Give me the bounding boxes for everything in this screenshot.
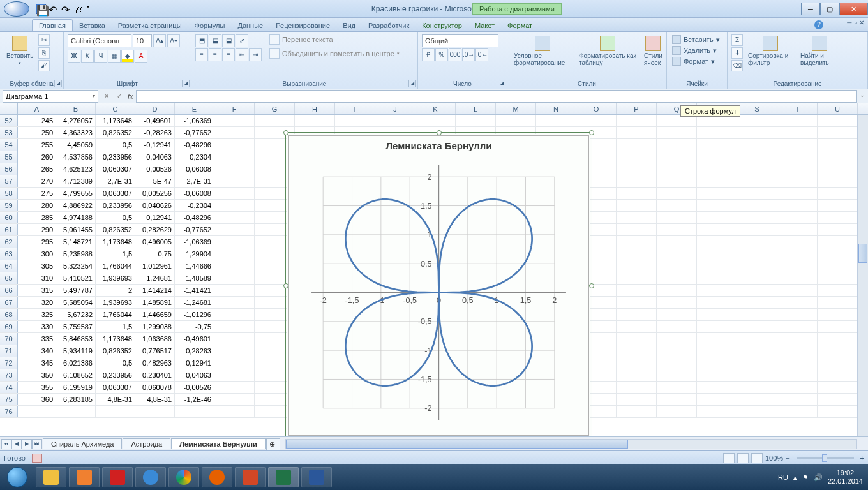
cell[interactable]: 0,496005: [135, 236, 175, 248]
cell[interactable]: 1,173648: [96, 236, 135, 248]
maximize-button[interactable]: ▢: [820, 3, 839, 15]
cell[interactable]: [818, 236, 858, 248]
cell[interactable]: -0,28263: [135, 127, 175, 138]
font-size-combo[interactable]: [133, 34, 152, 47]
cell[interactable]: 315: [18, 285, 56, 296]
cell[interactable]: [214, 212, 255, 223]
cell[interactable]: [737, 260, 777, 272]
tab-data[interactable]: Данные: [231, 20, 269, 31]
cell[interactable]: [777, 321, 818, 332]
cell[interactable]: 0,482963: [135, 357, 175, 369]
help-icon[interactable]: ?: [814, 20, 823, 29]
cell[interactable]: 1,012961: [135, 260, 175, 272]
italic-button[interactable]: К: [81, 50, 94, 63]
cell[interactable]: [818, 260, 858, 272]
worksheet-grid[interactable]: ABCDEFGHIJKLMNOPQRSTU 522454,2760571,173…: [0, 103, 868, 436]
row-header[interactable]: 56: [0, 163, 18, 175]
percent-button[interactable]: %: [435, 48, 448, 61]
cell[interactable]: -0,12941: [135, 139, 175, 151]
cell[interactable]: [214, 394, 255, 405]
cell[interactable]: [617, 406, 657, 417]
cell[interactable]: [617, 345, 657, 357]
column-header-I[interactable]: I: [335, 103, 375, 114]
cell[interactable]: [697, 175, 737, 187]
column-header-F[interactable]: F: [214, 103, 255, 114]
cell[interactable]: 4,363323: [56, 127, 96, 138]
horizontal-scroll-thumb[interactable]: [286, 440, 628, 449]
cell[interactable]: 300: [18, 248, 56, 260]
cell[interactable]: [818, 127, 858, 138]
cell[interactable]: 4,625123: [56, 163, 96, 175]
row-header[interactable]: 60: [0, 212, 18, 223]
cell[interactable]: 4,8E-31: [96, 394, 135, 405]
cell[interactable]: -0,00526: [175, 382, 214, 393]
cell[interactable]: [214, 297, 255, 308]
cell[interactable]: -0,77652: [175, 224, 214, 235]
cell[interactable]: [737, 224, 777, 235]
clipboard-dialog-launcher[interactable]: ◢: [54, 80, 62, 87]
cell[interactable]: 0,005256: [135, 188, 175, 199]
row-header[interactable]: 69: [0, 321, 18, 332]
cell[interactable]: 4,45059: [56, 139, 96, 151]
wrap-text-button[interactable]: Перенос текста: [269, 34, 400, 45]
cell[interactable]: [737, 175, 777, 187]
cell[interactable]: [737, 406, 777, 417]
taskbar-kaspersky-icon[interactable]: [102, 467, 133, 487]
cell[interactable]: [818, 151, 858, 163]
zoom-out-button[interactable]: −: [786, 454, 789, 462]
sort-filter-button[interactable]: Сортировка и фильтр: [745, 34, 795, 68]
cell[interactable]: [657, 224, 697, 235]
cell[interactable]: [214, 309, 255, 320]
cell[interactable]: 320: [18, 297, 56, 308]
cell[interactable]: 0,040626: [135, 200, 175, 211]
zoom-slider[interactable]: [797, 457, 854, 459]
cell[interactable]: [737, 115, 777, 126]
bold-button[interactable]: Ж: [68, 50, 80, 63]
cell[interactable]: [214, 139, 255, 151]
taskbar-ie-icon[interactable]: [135, 467, 166, 487]
cell[interactable]: -2,7E-31: [175, 175, 214, 187]
number-dialog-launcher[interactable]: ◢: [498, 80, 505, 87]
print-icon[interactable]: 🖨: [74, 4, 84, 14]
cell[interactable]: 5,934119: [56, 345, 96, 357]
cell[interactable]: 0,060307: [96, 163, 135, 175]
cell[interactable]: [617, 224, 657, 235]
cell[interactable]: [214, 200, 255, 211]
cell[interactable]: [617, 115, 657, 126]
cell[interactable]: [697, 139, 737, 151]
decrease-indent-button[interactable]: ⇤: [236, 48, 248, 61]
cell[interactable]: [697, 200, 737, 211]
prev-sheet-button[interactable]: ◀: [11, 439, 22, 449]
align-left-button[interactable]: ≡: [195, 48, 208, 61]
cell[interactable]: -1,48589: [175, 272, 214, 284]
column-header-J[interactable]: J: [375, 103, 415, 114]
comma-button[interactable]: 000: [449, 48, 461, 61]
cell[interactable]: [657, 297, 697, 308]
row-header[interactable]: 55: [0, 151, 18, 163]
underline-button[interactable]: Ч: [94, 50, 107, 63]
cell[interactable]: [617, 163, 657, 175]
cell[interactable]: -0,75: [175, 321, 214, 332]
cell[interactable]: 285: [18, 212, 56, 223]
column-header-H[interactable]: H: [295, 103, 335, 114]
cell[interactable]: [617, 212, 657, 223]
cell[interactable]: 0,75: [135, 248, 175, 260]
insert-cells-button[interactable]: Вставить ▾: [671, 34, 721, 45]
cell[interactable]: 265: [18, 163, 56, 175]
cell[interactable]: -0,04063: [175, 369, 214, 381]
cell[interactable]: [818, 345, 858, 357]
cell[interactable]: [777, 406, 818, 417]
cell[interactable]: 0,282629: [135, 224, 175, 235]
horizontal-scrollbar[interactable]: [285, 439, 857, 449]
cell[interactable]: [697, 272, 737, 284]
zoom-in-button[interactable]: +: [860, 454, 864, 462]
cell[interactable]: [617, 188, 657, 199]
chart-plot-area[interactable]: -2-2-1,5-1,5-1-1-0,5-0,500,50,5111,51,52…: [299, 160, 579, 426]
action-center-icon[interactable]: ⚑: [802, 473, 809, 482]
column-header-M[interactable]: M: [496, 103, 536, 114]
cell[interactable]: [576, 115, 617, 126]
cell[interactable]: [777, 139, 818, 151]
taskbar-explorer-icon[interactable]: [36, 467, 66, 487]
cancel-formula-icon[interactable]: ✕: [101, 91, 112, 102]
cell[interactable]: [657, 248, 697, 260]
